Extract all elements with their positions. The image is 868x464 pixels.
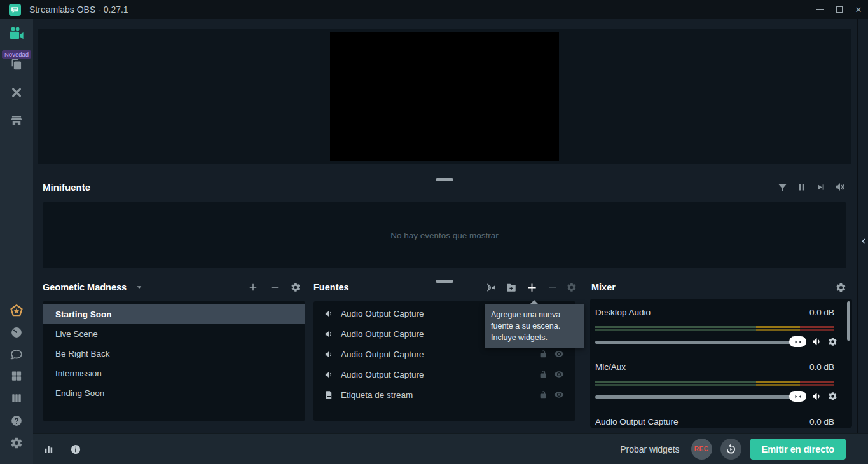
- mixer-channel: Mic/Aux 0.0 dB: [595, 362, 836, 417]
- tooltip-line: fuente a su escena.: [491, 320, 578, 332]
- lock-source-icon[interactable]: [539, 350, 548, 358]
- help-icon[interactable]: [10, 414, 23, 427]
- stream-preview-canvas[interactable]: [330, 32, 559, 161]
- channel-mute-speaker-icon[interactable]: [811, 391, 822, 402]
- toggle-visibility-eye-icon[interactable]: [554, 369, 564, 379]
- preview-section: [33, 19, 857, 172]
- scene-collection-dropdown[interactable]: Geometic Madness: [43, 282, 144, 292]
- maximize-button[interactable]: [830, 0, 849, 19]
- chevron-down-icon: [134, 282, 144, 292]
- speaker-icon: [324, 329, 334, 339]
- channel-volume-db: 0.0 dB: [809, 417, 834, 426]
- sources-title: Fuentes: [313, 282, 349, 292]
- volume-slider-handle[interactable]: [789, 336, 806, 347]
- add-folder-icon[interactable]: [506, 282, 517, 293]
- channel-name: Mic/Aux: [595, 362, 626, 372]
- scene-item[interactable]: Intermission: [43, 364, 305, 383]
- add-source-tooltip: Agregue una nueva fuente a su escena. In…: [485, 304, 584, 348]
- scene-item[interactable]: Live Scene: [43, 324, 305, 344]
- close-button[interactable]: ✕: [849, 0, 868, 19]
- notifications-info-icon[interactable]: [70, 444, 81, 455]
- themes-icon[interactable]: [10, 86, 24, 99]
- speaker-icon: [324, 350, 334, 359]
- resize-handle-bottom[interactable]: [436, 280, 453, 283]
- main-area: Minifuente No hay eventos que mostrar: [33, 19, 868, 433]
- replay-buffer-icon[interactable]: [720, 439, 741, 460]
- minifeed-title: Minifuente: [43, 182, 90, 193]
- minifeed-section: Minifuente No hay eventos que mostrar: [33, 172, 857, 273]
- channel-settings-gear-icon[interactable]: [828, 392, 837, 401]
- novedad-badge: Novedad: [2, 50, 31, 59]
- mixer-scrollbar[interactable]: [847, 301, 850, 341]
- scenes-panel: Geometic Madness Starting Soon Live Scen…: [33, 273, 308, 433]
- sidebar: Novedad: [0, 19, 33, 464]
- window-title: Streamlabs OBS - 0.27.1: [29, 4, 128, 15]
- mixer-panel: Mixer Desktop Audio 0.0 dB: [585, 273, 857, 433]
- minimize-icon: [816, 9, 824, 10]
- channel-settings-gear-icon[interactable]: [828, 337, 837, 346]
- minimize-button[interactable]: [811, 0, 830, 19]
- dashboard-icon[interactable]: [10, 326, 23, 339]
- audio-sources-icon[interactable]: [485, 282, 497, 294]
- maximize-icon: [836, 6, 843, 13]
- add-source-button[interactable]: [525, 281, 539, 294]
- store-icon[interactable]: [10, 114, 23, 127]
- app-logo-icon: [9, 4, 21, 16]
- go-live-button[interactable]: Emitir en directo: [750, 439, 846, 460]
- channel-mute-speaker-icon[interactable]: [811, 336, 822, 347]
- preview-box: [38, 29, 851, 164]
- filter-icon[interactable]: [777, 182, 788, 193]
- prime-icon[interactable]: [10, 304, 24, 318]
- toggle-visibility-eye-icon[interactable]: [554, 349, 564, 359]
- channel-name: Audio Output Capture: [595, 417, 679, 426]
- footer-divider: [62, 444, 62, 454]
- remove-source-button[interactable]: [547, 282, 558, 293]
- close-icon: ✕: [855, 6, 862, 14]
- titlebar: Streamlabs OBS - 0.27.1 ✕: [0, 0, 868, 19]
- performance-metrics-icon[interactable]: [43, 444, 54, 454]
- settings-gear-icon[interactable]: [10, 437, 23, 449]
- mute-events-icon[interactable]: [834, 181, 846, 193]
- mixer-settings-gear-icon[interactable]: [836, 282, 846, 293]
- add-scene-button[interactable]: [247, 282, 259, 293]
- channel-volume-db: 0.0 dB: [809, 308, 834, 317]
- source-row[interactable]: Etiqueta de stream: [313, 385, 575, 405]
- resize-handle-top[interactable]: [436, 178, 453, 181]
- chatbot-icon[interactable]: [10, 348, 23, 361]
- layout-editor-icon[interactable]: [11, 392, 23, 404]
- slider-arrows-icon: [792, 391, 804, 402]
- collapse-panel-chevron-icon[interactable]: [858, 235, 868, 247]
- scene-collections-icon[interactable]: [10, 58, 23, 71]
- tooltip-line: Incluye widgets.: [491, 332, 578, 343]
- lock-source-icon[interactable]: [539, 370, 548, 379]
- mixer-box: Desktop Audio 0.0 dB: [590, 299, 852, 428]
- scene-item[interactable]: Ending Soon: [43, 383, 305, 403]
- volume-slider[interactable]: [595, 395, 806, 399]
- toggle-visibility-eye-icon[interactable]: [554, 390, 564, 400]
- events-empty-box: No hay eventos que mostrar: [43, 202, 846, 268]
- source-row[interactable]: Audio Output Capture: [313, 364, 575, 385]
- tooltip-line: Agregue una nueva: [491, 309, 578, 320]
- volume-slider[interactable]: [595, 341, 806, 344]
- app-store-grid-icon[interactable]: [11, 370, 23, 382]
- lock-source-icon[interactable]: [539, 390, 548, 399]
- volume-meter: [595, 381, 834, 386]
- scene-settings-gear-icon[interactable]: [291, 282, 301, 293]
- mixer-title: Mixer: [591, 282, 616, 292]
- mixer-channel: Desktop Audio 0.0 dB: [595, 308, 836, 362]
- scene-item[interactable]: Be Right Back: [43, 344, 305, 364]
- slider-arrows-icon: [792, 336, 804, 348]
- mixer-channel: Audio Output Capture 0.0 dB: [595, 417, 836, 428]
- source-properties-gear-icon[interactable]: [567, 282, 577, 292]
- window-controls: ✕: [811, 0, 868, 19]
- skip-to-end-icon[interactable]: [815, 182, 826, 193]
- record-button[interactable]: REC: [691, 439, 712, 460]
- editor-camera-icon[interactable]: [8, 25, 25, 42]
- remove-scene-button[interactable]: [269, 282, 280, 293]
- scene-item[interactable]: Starting Soon: [43, 304, 305, 324]
- test-widgets-button[interactable]: Probar widgets: [620, 444, 679, 454]
- channel-name: Desktop Audio: [595, 308, 651, 317]
- pause-icon[interactable]: [796, 182, 807, 193]
- channel-volume-db: 0.0 dB: [809, 362, 834, 372]
- volume-slider-handle[interactable]: [789, 391, 806, 402]
